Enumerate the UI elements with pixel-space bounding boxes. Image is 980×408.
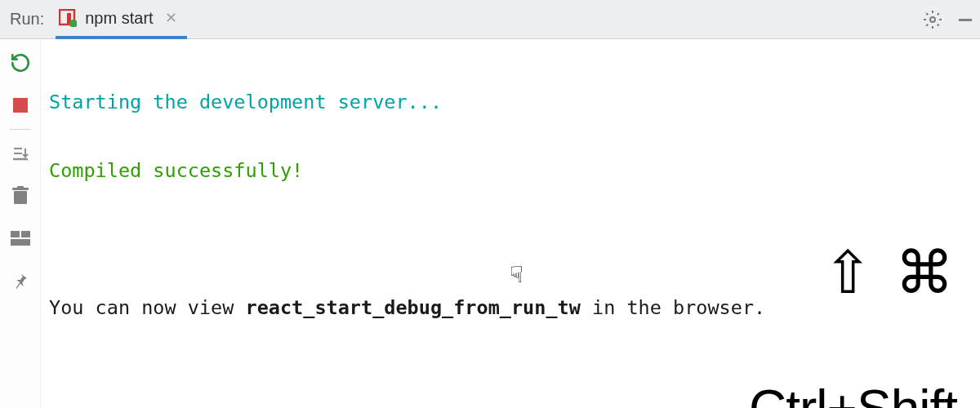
stop-button[interactable] — [8, 93, 33, 118]
tab-label: npm start — [85, 9, 153, 28]
header-actions — [923, 10, 973, 29]
svg-rect-8 — [17, 186, 24, 188]
delete-icon[interactable] — [8, 184, 33, 208]
svg-rect-6 — [14, 191, 27, 204]
text: You can now view — [49, 296, 246, 319]
svg-rect-5 — [13, 98, 28, 113]
console-line — [49, 359, 972, 393]
run-panel-header: Run: npm start ✕ — [0, 0, 980, 39]
mouse-cursor-icon: ☟ — [510, 258, 523, 292]
scroll-to-end-button[interactable] — [8, 141, 33, 166]
console-line: Starting the development server... — [49, 85, 972, 119]
pin-icon[interactable] — [8, 268, 33, 293]
run-config-tab[interactable]: npm start ✕ — [56, 1, 186, 39]
rerun-button[interactable] — [8, 51, 33, 75]
divider — [10, 129, 31, 130]
run-label: Run: — [7, 10, 44, 29]
svg-point-3 — [930, 17, 935, 22]
layout-icon[interactable] — [8, 226, 33, 251]
run-toolbar — [0, 39, 41, 408]
text: in the browser. — [581, 296, 765, 319]
app-name: react_start_debug_from_run_tw — [246, 296, 581, 319]
npm-icon — [59, 9, 77, 27]
console-line: You can now view react_start_debug_from_… — [49, 290, 972, 325]
gear-icon[interactable] — [923, 10, 942, 29]
close-tab-icon[interactable]: ✕ — [165, 9, 177, 27]
svg-rect-10 — [21, 231, 30, 237]
console-output[interactable]: Starting the development server... Compi… — [41, 39, 980, 408]
console-line: Compiled successfully! — [49, 153, 972, 188]
svg-rect-11 — [11, 239, 30, 246]
svg-rect-4 — [959, 19, 972, 21]
svg-rect-9 — [11, 231, 20, 237]
console-line — [49, 222, 972, 256]
minimize-icon[interactable] — [957, 11, 973, 28]
